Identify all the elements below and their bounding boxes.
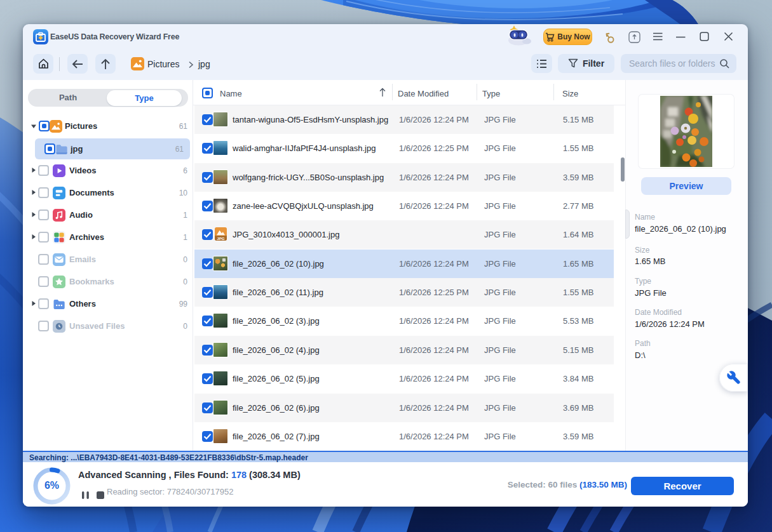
svg-text:JPG: JPG bbox=[217, 236, 225, 241]
